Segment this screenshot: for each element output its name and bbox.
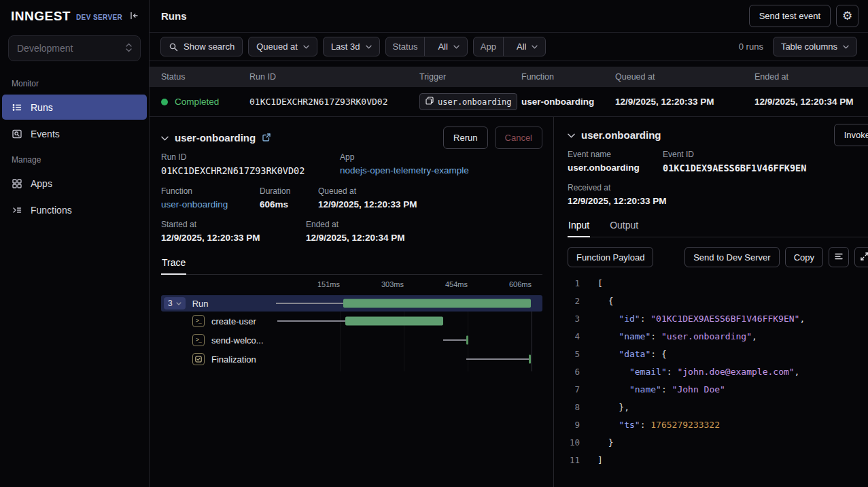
- sidebar-item-label: Functions: [31, 205, 72, 216]
- function-cell: user-onboarding: [521, 97, 615, 107]
- column-header: Queued at: [615, 72, 754, 82]
- event-icon: [426, 97, 434, 107]
- inngest-logo: INNGEST: [11, 9, 71, 24]
- duration-label: Duration: [260, 186, 318, 196]
- environment-label: Development: [17, 43, 73, 54]
- chevron-down-icon: [532, 45, 538, 49]
- sidebar: INNGEST DEV SERVER Development Monitor R…: [0, 0, 150, 487]
- search-icon: [169, 42, 178, 52]
- invoke-button[interactable]: Invoke: [834, 124, 868, 146]
- sidebar-item-label: Events: [31, 129, 60, 139]
- collapse-run-detail-button[interactable]: [161, 133, 169, 143]
- trace-row-label: Run: [192, 299, 209, 309]
- dev-server-badge: DEV SERVER: [76, 14, 122, 21]
- trace-expander[interactable]: 3: [164, 297, 186, 309]
- trace-row-finalization[interactable]: Finalization: [161, 350, 542, 369]
- tab-trace[interactable]: Trace: [161, 253, 186, 274]
- expand-payload-button[interactable]: [854, 247, 868, 267]
- collapse-sidebar-icon: [128, 10, 139, 23]
- started-at-label: Started at: [161, 220, 306, 229]
- table-columns-dropdown[interactable]: Table columns: [773, 37, 857, 56]
- trace-row-create-user[interactable]: >_ create-user: [161, 312, 542, 331]
- event-id-label: Event ID: [663, 150, 806, 159]
- copy-button[interactable]: Copy: [785, 247, 823, 267]
- function-link[interactable]: user-onboarding: [161, 199, 260, 209]
- status-filter[interactable]: Status All: [385, 37, 468, 56]
- trace-row-run[interactable]: 3 Run: [161, 295, 542, 312]
- queued-at-dropdown[interactable]: Queued at: [248, 37, 317, 56]
- trace-span-bar[interactable]: [343, 299, 531, 308]
- sidebar-item-functions[interactable]: Functions: [2, 197, 147, 222]
- ended-at-cell: 12/9/2025, 12:20:34 PM: [754, 97, 868, 107]
- trace-axis: 151ms 303ms 454ms 606ms: [161, 280, 542, 295]
- queued-at-label: Queued at: [318, 186, 417, 196]
- time-range-dropdown[interactable]: Last 3d: [323, 37, 380, 56]
- trace-tick-bar[interactable]: [466, 336, 468, 345]
- runs-icon: [12, 102, 22, 113]
- settings-button[interactable]: ⚙: [836, 5, 858, 27]
- status-dot: [161, 99, 168, 105]
- trigger-badge[interactable]: user.onboarding: [419, 93, 517, 110]
- collapse-sidebar-button[interactable]: [128, 10, 139, 23]
- trace-row-label: send-welco...: [211, 335, 264, 346]
- trace-wait-segment: [443, 339, 468, 341]
- tab-output[interactable]: Output: [609, 216, 639, 237]
- collapse-event-detail-button[interactable]: [568, 130, 575, 140]
- align-lines-icon: [834, 252, 844, 263]
- table-row[interactable]: Completed 01KC1DEXCHR2N617Z93RK0VD02 use…: [150, 87, 868, 117]
- trace-tick-bar[interactable]: [529, 355, 531, 364]
- chevron-down-icon: [303, 45, 309, 49]
- app-filter[interactable]: App All: [473, 37, 546, 56]
- event-name-label: Event name: [568, 150, 663, 159]
- trace-wait-segment: [466, 358, 529, 360]
- environment-select[interactable]: Development: [8, 35, 141, 61]
- run-details-area: user-onboarding Rerun Cancel Run ID 01KC…: [150, 117, 868, 487]
- sidebar-item-apps[interactable]: Apps: [2, 171, 147, 196]
- trace-row-label: create-user: [211, 316, 256, 326]
- sidebar-item-events[interactable]: Events: [2, 121, 147, 146]
- sidebar-item-label: Apps: [31, 178, 52, 189]
- column-header: Function: [521, 72, 615, 82]
- trace-row-send-welcome[interactable]: >_ send-welco...: [161, 331, 542, 350]
- function-label: Function: [161, 186, 260, 196]
- run-id-cell: 01KC1DEXCHR2N617Z93RK0VD02: [249, 97, 419, 107]
- logo-row: INNGEST DEV SERVER: [0, 0, 149, 33]
- column-header: Ended at: [754, 72, 868, 82]
- external-link-icon[interactable]: [262, 133, 271, 142]
- send-test-event-button[interactable]: Send test event: [749, 5, 831, 27]
- step-run-icon: >_: [192, 334, 205, 346]
- apps-icon: [12, 178, 22, 189]
- queued-at-cell: 12/9/2025, 12:20:33 PM: [615, 97, 754, 107]
- started-at-value: 12/9/2025, 12:20:33 PM: [161, 233, 306, 243]
- tab-input[interactable]: Input: [568, 216, 590, 237]
- ended-at-value: 12/9/2025, 12:20:34 PM: [306, 233, 405, 243]
- run-detail-pane: user-onboarding Rerun Cancel Run ID 01KC…: [150, 117, 553, 487]
- sidebar-item-label: Runs: [31, 102, 53, 113]
- rerun-button[interactable]: Rerun: [443, 127, 487, 149]
- chevron-down-icon: [453, 45, 459, 49]
- app-label: App: [340, 152, 469, 162]
- trace-row-label: Finalization: [211, 354, 256, 365]
- gear-icon: ⚙: [842, 10, 852, 22]
- duration-value: 606ms: [260, 199, 318, 209]
- run-id-value: 01KC1DEXCHR2N617Z93RK0VD02: [161, 165, 340, 176]
- expand-icon: [860, 252, 868, 263]
- show-search-button[interactable]: Show search: [160, 37, 243, 56]
- sidebar-item-runs[interactable]: Runs: [2, 95, 147, 120]
- chevron-down-icon: [843, 45, 849, 49]
- cancel-button[interactable]: Cancel: [495, 127, 542, 149]
- queued-at-value: 12/9/2025, 12:20:33 PM: [318, 199, 417, 209]
- trace-wait-segment: [276, 303, 343, 304]
- main-content: Runs Send test event ⚙ Show search Queue…: [150, 0, 868, 487]
- column-header: Status: [150, 72, 249, 82]
- wrap-lines-button[interactable]: [829, 247, 849, 267]
- send-to-dev-server-button[interactable]: Send to Dev Server: [684, 247, 779, 267]
- column-header: Run ID: [249, 72, 419, 82]
- function-payload-chip[interactable]: Function Payload: [568, 247, 653, 267]
- select-arrows-icon: [126, 43, 132, 54]
- top-bar: Runs Send test event ⚙: [150, 0, 868, 33]
- trace-span-bar[interactable]: [345, 317, 444, 326]
- payload-code[interactable]: 1[2 {3 "id": "01KC1DEX9AESS6BF1V46FFK9EN…: [568, 274, 868, 469]
- trace-wait-segment: [277, 320, 345, 322]
- app-link[interactable]: nodejs-open-telemetry-example: [340, 165, 469, 175]
